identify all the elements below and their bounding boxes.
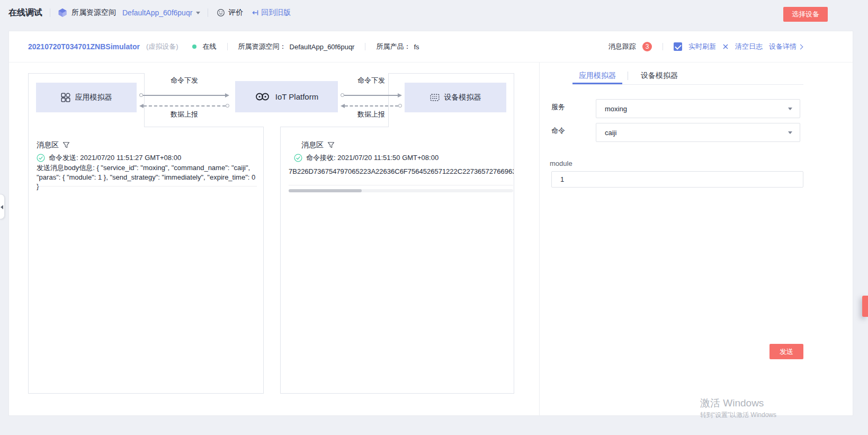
message-divider [37, 186, 257, 187]
device-message-entry-title: 命令接收: 2021/07/20 11:51:50 GMT+08:00 [306, 153, 439, 163]
close-icon[interactable] [722, 43, 729, 50]
device-list-icon [430, 93, 440, 102]
screen: 在线调试 所属资源空间 DefaultApp_60f6puqr [0, 0, 868, 435]
iot-platform-box-label: IoT Platform [275, 92, 318, 101]
arrowhead-left-icon [139, 104, 144, 108]
arrowhead-right-icon [398, 93, 402, 97]
online-status-label: 在线 [203, 42, 217, 51]
chevron-down-icon [788, 131, 792, 134]
app-message-entry-title: 命令发送: 2021/07/20 11:51:27 GMT+08:00 [49, 153, 181, 163]
arrow-origin-dot [139, 93, 143, 97]
app-grid-icon [61, 93, 70, 102]
device-header-left: 20210720T034701ZNBSimulator (虚拟设备) 在线 所属… [28, 42, 419, 51]
product-value: fs [414, 43, 419, 51]
device-header-right: 消息跟踪 3 实时刷新 清空日志 设备详情 [609, 42, 802, 51]
iot-platform-logo-icon [255, 92, 271, 101]
windows-activation-watermark-line2: 转到“设置”以激活 Windows [700, 411, 776, 420]
arrow-dashed-line [144, 105, 226, 106]
resource-space-value[interactable]: DefaultApp_60f6puqr [122, 8, 192, 17]
app-simulator-box-label: 应用模拟器 [75, 93, 112, 102]
clear-log-button[interactable]: 清空日志 [735, 42, 763, 51]
device-simulator-box-label: 设备模拟器 [444, 93, 481, 102]
divider [227, 43, 228, 50]
data-up-label-left: 数据上报 [139, 110, 229, 119]
chevron-right-icon [798, 44, 803, 49]
sidebar-collapse-handle[interactable] [0, 194, 5, 219]
back-to-old-link[interactable]: 回到旧版 [252, 8, 291, 17]
command-down-label-right: 命令下发 [341, 76, 402, 85]
tab-device-simulator[interactable]: 设备模拟器 [634, 67, 685, 84]
arrow-origin-dot [226, 104, 229, 108]
device-name-link[interactable]: 20210720T034701ZNBSimulator [28, 42, 140, 51]
smiley-icon [217, 8, 225, 17]
tabbar-line [572, 84, 803, 85]
device-header: 20210720T034701ZNBSimulator (虚拟设备) 在线 所属… [9, 31, 853, 63]
divider [50, 8, 50, 17]
command-select[interactable]: caiji [596, 123, 800, 142]
feedback-edge-tab[interactable] [862, 296, 868, 317]
space-value: DefaultApp_60f6puqr [290, 43, 355, 51]
arrow-origin-dot [341, 93, 344, 97]
filter-funnel-icon[interactable] [62, 141, 70, 149]
divider [365, 43, 365, 50]
resource-space-label: 所属资源空间 [71, 8, 116, 17]
rate-button[interactable]: 评价 [217, 8, 243, 17]
module-param-input[interactable] [551, 171, 803, 188]
command-down-arrow-left [139, 93, 229, 97]
resource-space-cube-icon [58, 8, 67, 17]
online-status-dot [192, 45, 196, 49]
app-message-entry-body: 发送消息body信息: { "service_id": "moxing", "c… [37, 163, 258, 191]
realtime-refresh-label[interactable]: 实时刷新 [688, 42, 716, 51]
command-down-label-left: 命令下发 [139, 76, 229, 85]
arrow-line [344, 95, 398, 96]
topbar: 在线调试 所属资源空间 DefaultApp_60f6puqr [0, 0, 868, 25]
rate-label[interactable]: 评价 [228, 8, 243, 17]
device-message-area-title: 消息区 [301, 140, 324, 150]
device-detail-link[interactable]: 设备详情 [769, 42, 802, 51]
device-message-entry-body: 7B226D736754797065223A22636C6F7564526571… [289, 167, 514, 176]
send-button[interactable]: 发送 [769, 344, 803, 359]
service-label: 服务 [551, 102, 565, 112]
realtime-refresh-checkbox[interactable] [674, 42, 682, 51]
message-trace-label[interactable]: 消息跟踪 [609, 42, 636, 51]
data-up-arrow-right [341, 103, 402, 108]
product-label: 所属产品： [376, 42, 410, 51]
iot-platform-box: IoT Platform [235, 81, 338, 112]
chevron-down-icon [788, 108, 792, 110]
divider [208, 8, 208, 17]
arrowhead-left-icon [341, 104, 345, 108]
tab-app-simulator[interactable]: 应用模拟器 [572, 67, 622, 84]
space-label: 所属资源空间： [238, 42, 287, 51]
success-check-icon [37, 154, 45, 162]
device-message-area-title-row: 消息区 [301, 140, 335, 150]
success-check-icon [294, 154, 302, 162]
command-select-value: caiji [605, 129, 616, 137]
app-simulator-box: 应用模拟器 [36, 83, 137, 112]
windows-activation-watermark-line1: 激活 Windows [700, 396, 764, 410]
message-trace-badge: 3 [642, 42, 652, 51]
command-label: 命令 [551, 126, 565, 136]
device-detail-label[interactable]: 设备详情 [769, 42, 797, 51]
app-message-area-title-row: 消息区 [37, 140, 70, 150]
page-title: 在线调试 [8, 7, 42, 19]
service-select[interactable]: moxing [596, 99, 800, 118]
select-device-button[interactable]: 选择设备 [783, 7, 828, 22]
return-arrow-icon [252, 9, 259, 16]
command-down-arrow-right [341, 93, 402, 97]
filter-funnel-icon[interactable] [327, 141, 335, 149]
arrow-line [143, 95, 225, 96]
device-simulator-box: 设备模拟器 [405, 83, 506, 112]
data-up-label-right: 数据上报 [341, 110, 402, 119]
arrowhead-right-icon [225, 93, 229, 97]
horizontal-scrollbar-thumb[interactable] [289, 189, 362, 192]
device-type-label: (虚拟设备) [146, 42, 178, 51]
device-message-entry-header: 命令接收: 2021/07/20 11:51:50 GMT+08:00 [294, 153, 439, 163]
message-divider [289, 185, 513, 185]
resource-space-dropdown[interactable]: DefaultApp_60f6puqr [122, 8, 200, 17]
divider [663, 43, 663, 50]
back-to-old-label[interactable]: 回到旧版 [261, 8, 291, 17]
divider [628, 72, 628, 80]
arrow-dashed-line [345, 105, 398, 106]
collapse-left-triangle-icon [1, 205, 3, 209]
app-message-area-title: 消息区 [37, 140, 59, 150]
